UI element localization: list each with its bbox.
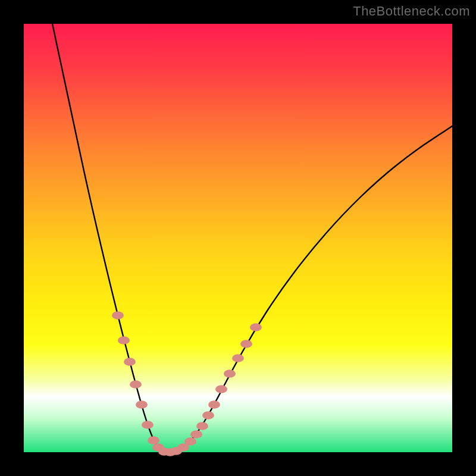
marker-dot	[208, 400, 220, 409]
marker-dot	[136, 400, 148, 409]
marker-dot	[118, 336, 130, 345]
chart-svg	[24, 24, 452, 452]
marker-dot	[148, 436, 159, 444]
marker-dot	[196, 422, 208, 430]
marker-dot	[240, 340, 252, 348]
marker-dot	[202, 411, 214, 419]
marker-dot	[224, 369, 236, 378]
marker-dot	[112, 311, 124, 320]
marker-dot	[184, 437, 196, 446]
marker-dot	[130, 380, 142, 389]
watermark-text: TheBottleneck.com	[353, 4, 470, 19]
marker-dot	[250, 323, 262, 331]
outer-frame: TheBottleneck.com	[0, 0, 476, 476]
v-curve-path	[52, 24, 452, 452]
marker-dot	[190, 430, 202, 439]
marker-dot	[124, 358, 136, 366]
marker-dot	[142, 421, 154, 429]
marker-dot	[215, 385, 227, 393]
curve-layer	[52, 24, 452, 452]
marker-layer	[112, 311, 262, 456]
plot-area	[24, 24, 452, 452]
marker-dot	[232, 354, 244, 362]
